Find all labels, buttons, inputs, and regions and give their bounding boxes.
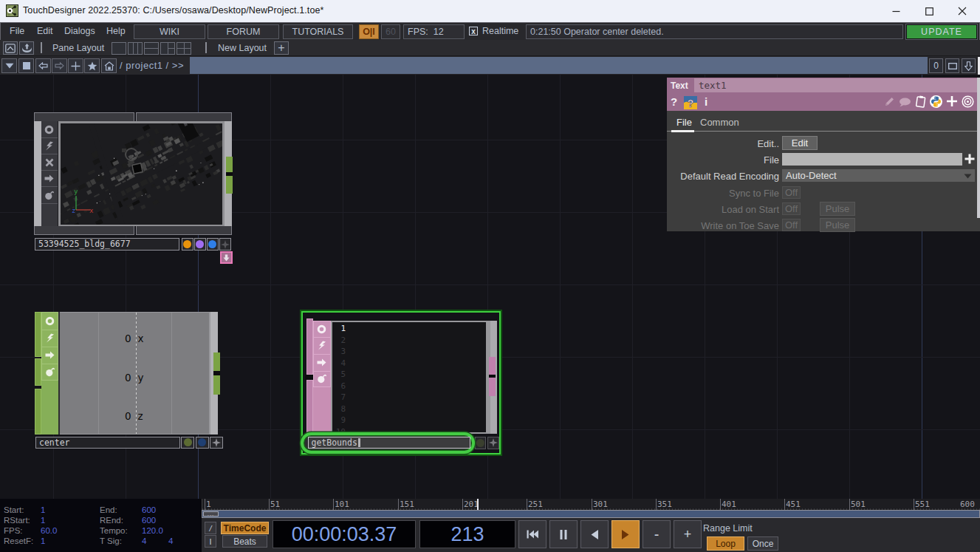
add-flag-button[interactable] bbox=[219, 238, 231, 251]
minimize-button[interactable] bbox=[880, 0, 912, 22]
loop-button[interactable]: Loop bbox=[707, 536, 744, 551]
param-label-encoding[interactable]: Default Read Encoding bbox=[667, 171, 779, 182]
chop-input-connector[interactable] bbox=[35, 312, 41, 358]
pause-button[interactable] bbox=[549, 520, 578, 548]
layout-two-columns-button[interactable] bbox=[128, 42, 143, 55]
timeline-ruler[interactable]: 1 51 101 151 201 251 301 351 401 451 501… bbox=[202, 499, 980, 510]
comment-flag-blue[interactable] bbox=[207, 238, 219, 251]
comment-flag-dim[interactable] bbox=[475, 437, 486, 449]
fit-network-button[interactable] bbox=[945, 58, 959, 73]
dat-input-connector[interactable] bbox=[306, 380, 313, 435]
dat-output-connector[interactable] bbox=[489, 357, 496, 375]
maximize-pane-button[interactable] bbox=[3, 41, 18, 55]
playhead[interactable] bbox=[477, 499, 479, 510]
beats-mode-button[interactable]: Beats bbox=[222, 535, 267, 548]
scrollbar-handle[interactable]: ... bbox=[203, 511, 219, 517]
center-node[interactable]: 0x 0y 0z bbox=[41, 312, 218, 435]
tsig-value1[interactable]: 4 bbox=[142, 536, 146, 545]
geo-node-viewer[interactable]: y x z bbox=[61, 123, 223, 225]
play-button[interactable] bbox=[611, 520, 640, 548]
display-flag[interactable] bbox=[41, 312, 58, 330]
center-node-viewer[interactable]: 0x 0y 0z bbox=[60, 313, 209, 434]
start-value[interactable]: 1 bbox=[41, 505, 45, 514]
layout-single-button[interactable] bbox=[112, 42, 126, 55]
parameter-dialog-icon[interactable] bbox=[962, 95, 974, 108]
help-button[interactable]: ? bbox=[671, 95, 677, 108]
float-pane-button[interactable] bbox=[19, 41, 34, 55]
render-flag[interactable] bbox=[41, 330, 58, 347]
crossfade-flag[interactable] bbox=[41, 154, 58, 171]
file-field[interactable] bbox=[782, 153, 962, 166]
python-help-button[interactable]: ? bbox=[684, 96, 697, 109]
chop-input-connector[interactable] bbox=[35, 358, 41, 386]
forward-button[interactable] bbox=[52, 58, 67, 73]
end-value[interactable]: 600 bbox=[142, 505, 156, 514]
pickup-flag[interactable] bbox=[41, 364, 58, 381]
tutorials-button[interactable]: TUTORIALS bbox=[283, 24, 353, 39]
integer-frame-button[interactable]: I bbox=[205, 535, 216, 548]
pane-type-dropdown[interactable] bbox=[1, 58, 17, 73]
home-button[interactable] bbox=[101, 58, 117, 73]
param-scrollbar[interactable] bbox=[977, 78, 980, 218]
display-flag[interactable] bbox=[313, 321, 331, 337]
wiki-button[interactable]: WIKI bbox=[134, 24, 205, 39]
copy-parameters-icon[interactable] bbox=[914, 95, 928, 108]
timecode-mode-button[interactable]: TimeCode bbox=[221, 522, 269, 534]
menu-file[interactable]: File bbox=[10, 26, 24, 36]
dat-output-connector[interactable] bbox=[489, 378, 496, 396]
tempo-value[interactable]: 120.0 bbox=[142, 526, 163, 535]
expose-button[interactable] bbox=[220, 251, 233, 264]
oi-toggle[interactable]: O|I bbox=[359, 24, 379, 39]
geo-node-name[interactable]: 53394525_bldg_6677 bbox=[35, 238, 179, 251]
getbounds-node[interactable]: 1 2 3 4 5 6 7 8 9 10 bbox=[306, 318, 497, 435]
menu-edit[interactable]: Edit bbox=[37, 26, 53, 36]
pickup-flag[interactable] bbox=[313, 371, 331, 387]
menu-dialogs[interactable]: Dialogs bbox=[64, 26, 95, 36]
rend-value[interactable]: 600 bbox=[142, 516, 156, 525]
fps-value[interactable]: 60.0 bbox=[41, 526, 57, 535]
bypass-flag[interactable] bbox=[41, 171, 58, 187]
back-button[interactable] bbox=[35, 58, 51, 73]
comment-bubble-icon[interactable] bbox=[898, 98, 911, 107]
zoom-level-button[interactable]: 0 bbox=[929, 58, 943, 73]
add-flag-button[interactable] bbox=[210, 437, 223, 449]
param-label-edit[interactable]: Edit.. bbox=[667, 138, 779, 149]
dive-down-button[interactable] bbox=[962, 58, 976, 73]
add-parameter-icon[interactable] bbox=[946, 95, 958, 107]
tab-file[interactable]: File bbox=[676, 117, 692, 128]
timecode-slash-button[interactable]: / bbox=[205, 522, 216, 534]
dat-input-connector[interactable] bbox=[306, 318, 313, 375]
once-button[interactable]: Once bbox=[747, 536, 778, 551]
comment-flag-blue-dim[interactable] bbox=[196, 437, 209, 449]
chop-output-connector[interactable] bbox=[213, 375, 220, 395]
fps-indicator[interactable]: FPS: 12 bbox=[403, 24, 465, 39]
layout-grid-button[interactable] bbox=[177, 42, 191, 55]
add-layout-button[interactable]: + bbox=[274, 41, 289, 55]
display-flag[interactable] bbox=[41, 121, 58, 138]
step-forward-button[interactable]: + bbox=[674, 520, 702, 548]
breadcrumb-expand[interactable]: >> bbox=[172, 60, 184, 71]
timeline-scrollbar[interactable]: ... bbox=[202, 510, 980, 518]
maximize-button[interactable] bbox=[913, 0, 945, 22]
info-button[interactable]: i bbox=[705, 95, 707, 108]
geo-node[interactable]: y x z bbox=[34, 121, 232, 226]
chop-output-connector[interactable] bbox=[213, 352, 220, 371]
comment-flag-orange[interactable] bbox=[182, 238, 193, 251]
rstart-value[interactable]: 1 bbox=[41, 516, 45, 525]
getbounds-text-viewer[interactable]: 1 2 3 4 5 6 7 8 9 10 bbox=[332, 322, 486, 432]
operator-name-field[interactable]: text1 bbox=[694, 78, 979, 92]
forum-button[interactable]: FORUM bbox=[208, 24, 279, 39]
realtime-checkbox[interactable]: x bbox=[469, 27, 478, 35]
encoding-dropdown[interactable]: Auto-Detect bbox=[782, 169, 975, 182]
python-expressions-button[interactable] bbox=[930, 95, 942, 108]
bookmarks-button[interactable] bbox=[84, 58, 100, 73]
close-button[interactable] bbox=[946, 0, 979, 22]
chop-output-connector[interactable] bbox=[226, 157, 233, 172]
center-node-name[interactable]: center bbox=[35, 437, 180, 449]
breadcrumb[interactable]: / project1 / >> bbox=[120, 60, 184, 71]
render-flag[interactable] bbox=[313, 337, 331, 354]
render-flag[interactable] bbox=[41, 138, 58, 154]
comment-flag-green-dim[interactable] bbox=[181, 437, 194, 449]
tsig-value2[interactable]: 4 bbox=[168, 536, 173, 545]
path-strip[interactable] bbox=[190, 57, 928, 74]
